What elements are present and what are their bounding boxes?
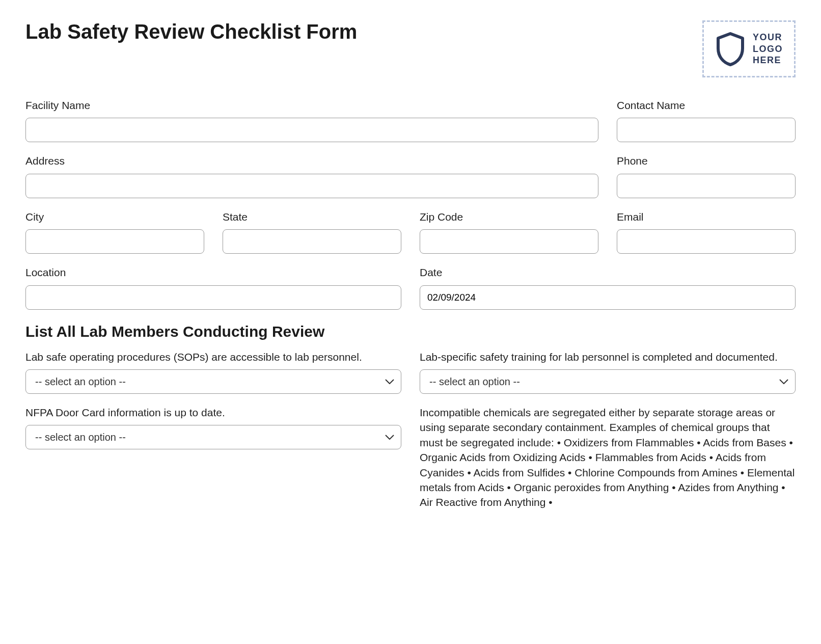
nfpa-select[interactable]: -- select an option -- — [25, 425, 401, 449]
logo-text: YOUR LOGO HERE — [753, 32, 783, 66]
email-input[interactable] — [617, 229, 796, 254]
city-input[interactable] — [25, 229, 204, 254]
question-nfpa: NFPA Door Card information is up to date… — [25, 405, 401, 515]
location-input[interactable] — [25, 285, 401, 310]
field-email: Email — [617, 209, 796, 254]
label-phone: Phone — [617, 153, 796, 168]
field-address: Address — [25, 153, 598, 198]
logo-text-line: HERE — [753, 55, 783, 66]
label-email: Email — [617, 209, 796, 224]
select-wrap: -- select an option -- — [420, 369, 796, 394]
field-city: City — [25, 209, 204, 254]
select-wrap: -- select an option -- — [25, 369, 401, 394]
logo-text-line: YOUR — [753, 32, 783, 43]
label-contact-name: Contact Name — [617, 98, 796, 113]
question-sops: Lab safe operating procedures (SOPs) are… — [25, 350, 401, 394]
header: Lab Safety Review Checklist Form YOUR LO… — [25, 20, 796, 77]
field-phone: Phone — [617, 153, 796, 198]
shield-icon — [715, 31, 746, 67]
field-zip: Zip Code — [420, 209, 598, 254]
question-label: NFPA Door Card information is up to date… — [25, 405, 401, 420]
logo-placeholder: YOUR LOGO HERE — [702, 20, 796, 77]
label-date: Date — [420, 265, 796, 280]
page-title: Lab Safety Review Checklist Form — [25, 20, 357, 43]
logo-text-line: LOGO — [753, 43, 783, 55]
label-location: Location — [25, 265, 401, 280]
state-input[interactable] — [223, 229, 401, 254]
label-facility-name: Facility Name — [25, 98, 598, 113]
contact-name-input[interactable] — [617, 118, 796, 142]
form-grid: Facility Name Contact Name Address Phone… — [25, 98, 796, 526]
label-state: State — [223, 209, 401, 224]
address-input[interactable] — [25, 174, 598, 198]
phone-input[interactable] — [617, 174, 796, 198]
select-wrap: -- select an option -- — [25, 425, 401, 449]
facility-name-input[interactable] — [25, 118, 598, 142]
question-label: Lab safe operating procedures (SOPs) are… — [25, 350, 401, 364]
label-zip: Zip Code — [420, 209, 598, 224]
date-input[interactable] — [420, 285, 796, 310]
question-label: Lab-specific safety training for lab per… — [420, 350, 796, 364]
field-contact-name: Contact Name — [617, 98, 796, 142]
form-page: Lab Safety Review Checklist Form YOUR LO… — [0, 0, 821, 644]
label-address: Address — [25, 153, 598, 168]
field-date: Date — [420, 265, 796, 309]
sops-select[interactable]: -- select an option -- — [25, 369, 401, 394]
label-city: City — [25, 209, 204, 224]
training-select[interactable]: -- select an option -- — [420, 369, 796, 394]
question-training: Lab-specific safety training for lab per… — [420, 350, 796, 394]
field-state: State — [223, 209, 401, 254]
question-label: Incompatible chemicals are segregated ei… — [420, 405, 796, 510]
zip-input[interactable] — [420, 229, 598, 254]
question-incompatible-chemicals: Incompatible chemicals are segregated ei… — [420, 405, 796, 515]
field-facility-name: Facility Name — [25, 98, 598, 142]
field-location: Location — [25, 265, 401, 309]
section-heading-members: List All Lab Members Conducting Review — [25, 323, 796, 340]
